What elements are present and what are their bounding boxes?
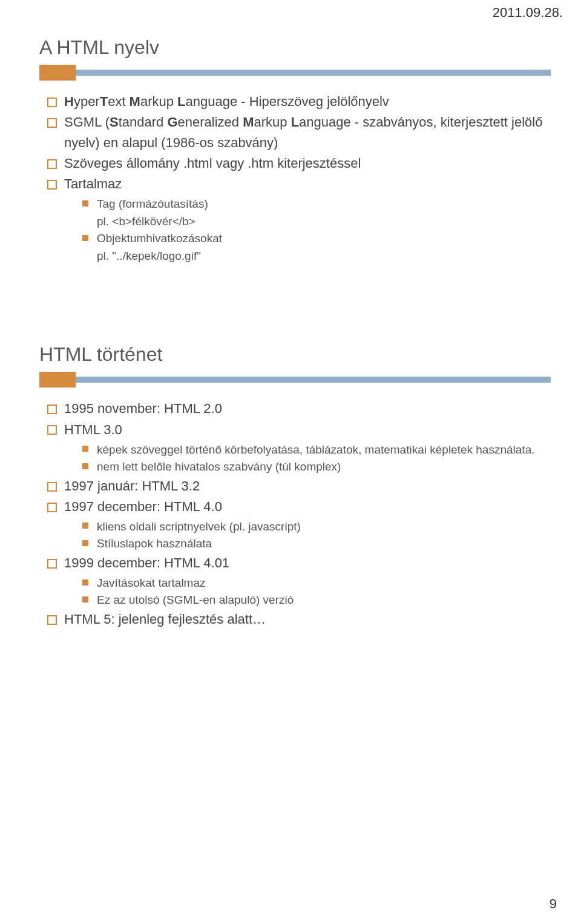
slide2-list: 1995 november: HTML 2.0 HTML 3.0 képek s… (30, 398, 551, 630)
list-item: HyperText Markup Language - Hiperszöveg … (47, 91, 551, 112)
title-rule (30, 65, 551, 77)
slide-2: HTML történet 1995 november: HTML 2.0 HT… (30, 343, 551, 630)
rule-box (39, 65, 76, 81)
text: arkup (254, 114, 291, 130)
text: Tag (formázóutasítás) (97, 197, 208, 210)
bold: L (177, 94, 185, 109)
slide1-list: HyperText Markup Language - Hiperszöveg … (30, 91, 551, 265)
list-item: SGML (Standard Generalized Markup Langua… (47, 112, 551, 153)
sub-item: Objektumhivatkozásokat pl. "../kepek/log… (82, 230, 551, 265)
text: Stíluslapok használata (97, 537, 212, 550)
sub-item: Javításokat tartalmaz (82, 575, 551, 592)
list-item: 1997 január: HTML 3.2 (47, 476, 551, 497)
list-item: HTML 3.0 képek szöveggel történő körbefo… (47, 420, 551, 476)
text: yper (74, 94, 100, 109)
text: Javításokat tartalmaz (97, 576, 206, 589)
sublist: képek szöveggel történő körbefolyatása, … (64, 441, 551, 476)
list-item: Szöveges állomány .html vagy .htm kiterj… (47, 153, 551, 174)
text: pl. <b>félkövér</b> (97, 213, 551, 231)
sublist: Tag (formázóutasítás) pl. <b>félkövér</b… (64, 196, 551, 265)
text: 1997 december: HTML 4.0 (64, 499, 222, 514)
text: Tartalmaz (64, 176, 122, 191)
header-date: 2011.09.28. (493, 5, 563, 21)
text: HTML 5: jelenleg fejlesztés alatt… (64, 612, 266, 627)
title-rule (30, 372, 551, 384)
text: 1995 november: HTML 2.0 (64, 401, 222, 416)
slide-1: A HTML nyelv HyperText Markup Language -… (30, 36, 551, 265)
bold: T (100, 94, 108, 109)
text: ext (108, 94, 129, 109)
text: SGML ( (64, 114, 110, 130)
list-item: 1997 december: HTML 4.0 kliens oldali sc… (47, 497, 551, 553)
text: Szöveges állomány .html vagy .htm kiterj… (64, 156, 361, 171)
sublist: Javításokat tartalmaz Ez az utolsó (SGML… (64, 575, 551, 609)
text: Objektumhivatkozásokat (97, 232, 222, 245)
list-item: HTML 5: jelenleg fejlesztés alatt… (47, 609, 551, 630)
sub-item: kliens oldali scriptnyelvek (pl. javascr… (82, 518, 551, 536)
slide2-title: HTML történet (39, 343, 551, 366)
slide1-title: A HTML nyelv (39, 36, 551, 59)
rule-line (39, 70, 551, 76)
text: pl. "../kepek/logo.gif" (97, 248, 551, 265)
text: Ez az utolsó (SGML-en alapuló) verzió (97, 593, 294, 606)
text: arkup (140, 94, 177, 109)
text: 1997 január: HTML 3.2 (64, 478, 200, 493)
text: HTML 3.0 (64, 422, 122, 437)
text: anguage - Hiperszöveg jelölőnyelv (186, 94, 389, 109)
sub-item: Ez az utolsó (SGML-en alapuló) verzió (82, 592, 551, 609)
bold: H (64, 94, 74, 109)
bold: L (291, 114, 299, 130)
bold: G (167, 114, 177, 130)
sub-item: képek szöveggel történő körbefolyatása, … (82, 441, 551, 459)
list-item: 1995 november: HTML 2.0 (47, 398, 551, 419)
sub-item: Tag (formázóutasítás) pl. <b>félkövér</b… (82, 196, 551, 230)
text: 1999 december: HTML 4.01 (64, 555, 229, 570)
list-item: 1999 december: HTML 4.01 Javításokat tar… (47, 553, 551, 609)
sub-item: nem lett belőle hivatalos szabvány (túl … (82, 458, 551, 476)
sublist: kliens oldali scriptnyelvek (pl. javascr… (64, 518, 551, 553)
page-number: 9 (550, 896, 557, 912)
bold: M (130, 94, 140, 109)
bold: M (243, 114, 254, 130)
text: eneralized (178, 114, 243, 130)
rule-box (39, 372, 76, 388)
text: képek szöveggel történő körbefolyatása, … (97, 443, 534, 456)
text: tandard (119, 114, 168, 130)
page: 2011.09.28. A HTML nyelv HyperText Marku… (0, 0, 581, 924)
rule-line (39, 377, 551, 383)
text: kliens oldali scriptnyelvek (pl. javascr… (97, 520, 301, 533)
list-item: Tartalmaz Tag (formázóutasítás) pl. <b>f… (47, 174, 551, 265)
bold: S (110, 114, 119, 130)
text: nem lett belőle hivatalos szabvány (túl … (97, 460, 341, 473)
sub-item: Stíluslapok használata (82, 535, 551, 553)
